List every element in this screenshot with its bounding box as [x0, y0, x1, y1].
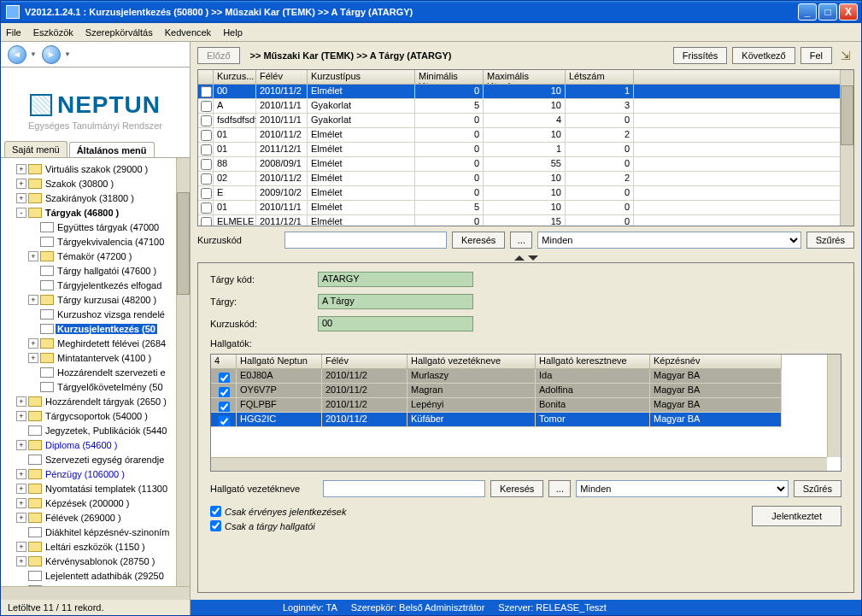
nav-forward-button[interactable]: ►	[42, 45, 61, 64]
tree-item[interactable]: +Kérvénysablonok (28750 )	[1, 554, 190, 568]
row-checkbox[interactable]	[201, 86, 212, 97]
students-grid-vscroll[interactable]	[827, 355, 841, 457]
table-row[interactable]: 012011/12/1Elmélet010	[198, 143, 853, 157]
szures-button-2[interactable]: Szűrés	[794, 480, 841, 497]
table-row[interactable]: E0J80A2010/11/2MurlaszyIdaMagyar BA	[211, 369, 841, 384]
chk-targy-input[interactable]	[210, 520, 221, 531]
tree-item[interactable]: +Leltári eszközök (1150 )	[1, 539, 190, 554]
tree-item[interactable]: +Szakok (30800 )	[1, 176, 190, 191]
tree-item[interactable]: Szervezeti egység órarendje	[1, 452, 190, 466]
expand-icon[interactable]: +	[16, 484, 26, 494]
column-header[interactable]: Kurzustípus	[308, 70, 415, 85]
browse-button-2[interactable]: ...	[548, 480, 571, 497]
students-grid[interactable]: 4Hallgató Neptun …FélévHallgató vezetékn…	[210, 354, 841, 472]
column-header[interactable]: 4	[211, 355, 237, 369]
expand-icon[interactable]: +	[28, 251, 38, 261]
tab-altalanos-menu[interactable]: Általános menü	[69, 142, 155, 158]
table-row[interactable]: OY6V7P2010/11/2MagranAdolfinaMagyar BA	[211, 384, 841, 398]
tree-item[interactable]: Lejelentett adathibák (29250	[1, 568, 190, 583]
tree-item[interactable]: Tárgyjelentkezés elfogad	[1, 278, 190, 292]
tree-item[interactable]: Tárgyelőkövetelmény (50	[1, 379, 190, 394]
expand-icon[interactable]: +	[28, 353, 38, 363]
table-row[interactable]: 012010/11/1Elmélet5100	[198, 201, 853, 215]
frissites-button[interactable]: Frissítés	[673, 47, 728, 64]
expand-icon[interactable]: +	[16, 556, 26, 566]
tree-item[interactable]: +Félévek (269000 )	[1, 510, 190, 525]
jelentkeztet-button[interactable]: Jelentkeztet	[752, 506, 841, 526]
expand-icon[interactable]: +	[16, 411, 26, 421]
expand-icon[interactable]: +	[16, 396, 26, 407]
tree-item[interactable]: +Nyomtatási templatek (11300	[1, 481, 190, 496]
expand-icon[interactable]: +	[16, 164, 26, 174]
row-checkbox[interactable]	[219, 416, 230, 427]
menu-szerepkor[interactable]: Szerepkörváltás	[85, 27, 153, 38]
column-header[interactable]: Félév	[256, 70, 308, 85]
column-header[interactable]: Hallgató keresztneve	[536, 355, 650, 369]
kurzuskod-input[interactable]	[284, 232, 447, 249]
tree-item[interactable]: Kurzusjelentkezés (50	[1, 321, 190, 336]
tree-item[interactable]: Hozzárendelt szervezeti e	[1, 365, 190, 379]
row-checkbox[interactable]	[201, 202, 212, 214]
row-checkbox[interactable]	[201, 217, 212, 227]
tree-item[interactable]: +Tárgy kurzusai (48200 )	[1, 292, 190, 307]
elozo-button[interactable]: Előző	[197, 47, 240, 64]
expand-icon[interactable]: +	[16, 193, 26, 203]
nav-tree[interactable]: +Virtuális szakok (29000 )+Szakok (30800…	[1, 158, 190, 586]
table-row[interactable]: ELMELE2011/12/1Elmélet0150	[198, 215, 853, 226]
tree-item[interactable]: Együttes tárgyak (47000	[1, 220, 190, 234]
tree-scrollbar[interactable]	[176, 158, 190, 586]
expand-icon[interactable]: +	[16, 542, 26, 552]
tree-item[interactable]: +Képzések (200000 )	[1, 496, 190, 510]
expand-icon[interactable]: +	[16, 469, 26, 479]
row-checkbox[interactable]	[201, 101, 212, 112]
tree-item[interactable]: +Diploma (54600 )	[1, 437, 190, 452]
table-row[interactable]: 002010/11/2Elmélet0101	[198, 85, 853, 99]
tree-item[interactable]: +Tárgycsoportok (54000 )	[1, 408, 190, 423]
tree-item[interactable]: +Virtuális szakok (29000 )	[1, 161, 190, 176]
chevron-down-icon[interactable]: ▼	[64, 50, 71, 58]
table-row[interactable]: 012010/11/2Elmélet0102	[198, 128, 853, 143]
row-checkbox[interactable]	[201, 144, 212, 155]
minimize-button[interactable]: _	[798, 3, 817, 21]
expand-icon[interactable]: +	[16, 440, 26, 450]
kereses-button-2[interactable]: Keresés	[490, 480, 543, 497]
row-checkbox[interactable]	[201, 188, 212, 199]
expand-icon[interactable]: +	[16, 179, 26, 189]
collapse-icon[interactable]: -	[16, 208, 26, 218]
tree-item[interactable]: +Meghirdetett félévei (2684	[1, 336, 190, 350]
menu-eszkozok[interactable]: Eszközök	[33, 27, 73, 38]
table-row[interactable]: FQLPBF2010/11/2LepényiBonitaMagyar BA	[211, 398, 841, 413]
tree-item[interactable]: +Témakör (47200 )	[1, 249, 190, 263]
column-header[interactable]: Hallgató Neptun …	[237, 355, 322, 369]
courses-grid-scrollbar[interactable]	[840, 70, 853, 226]
column-header[interactable]: Félév	[322, 355, 408, 369]
expand-icon[interactable]: +	[28, 338, 38, 349]
table-row[interactable]: 882008/09/1Elmélet0550	[198, 157, 853, 172]
tree-hscroll[interactable]	[1, 586, 190, 600]
pin-icon[interactable]: ⇲	[837, 47, 854, 64]
row-checkbox[interactable]	[219, 387, 230, 398]
table-row[interactable]: HGG2IC2010/11/2KüfáberTomorMagyar BA	[211, 413, 841, 427]
table-row[interactable]: A2010/11/1Gyakorlat5103	[198, 99, 853, 114]
tree-item[interactable]: Diákhitel képzésnév-szinoním	[1, 525, 190, 539]
close-button[interactable]: X	[839, 3, 858, 21]
maximize-button[interactable]: □	[818, 3, 837, 21]
kovetkezo-button[interactable]: Következő	[732, 47, 795, 64]
tree-item[interactable]: +Pénzügy (106000 )	[1, 466, 190, 481]
vezeteknev-input[interactable]	[323, 480, 485, 497]
kereses-button-1[interactable]: Keresés	[452, 232, 505, 249]
column-header[interactable]: Hallgató vezetékneve	[408, 355, 536, 369]
table-row[interactable]: fsdfsdfsdf2010/11/1Gyakorlat040	[198, 114, 853, 128]
row-checkbox[interactable]	[201, 173, 212, 185]
menu-help[interactable]: Help	[223, 27, 243, 38]
menu-kedvencek[interactable]: Kedvencek	[165, 27, 211, 38]
splitter[interactable]	[191, 254, 861, 262]
expand-icon[interactable]: +	[16, 513, 26, 523]
tree-item[interactable]: +Hozzárendelt tárgyak (2650 )	[1, 394, 190, 408]
tree-item[interactable]: Kurzushoz vizsga rendelé	[1, 307, 190, 321]
column-header[interactable]: Képzésnév	[650, 355, 782, 369]
fel-button[interactable]: Fel	[800, 47, 832, 64]
chevron-down-icon[interactable]: ▼	[30, 50, 37, 58]
column-header[interactable]: Kurzus...	[214, 70, 256, 85]
tree-item[interactable]: Tárgy hallgatói (47600 )	[1, 263, 190, 278]
